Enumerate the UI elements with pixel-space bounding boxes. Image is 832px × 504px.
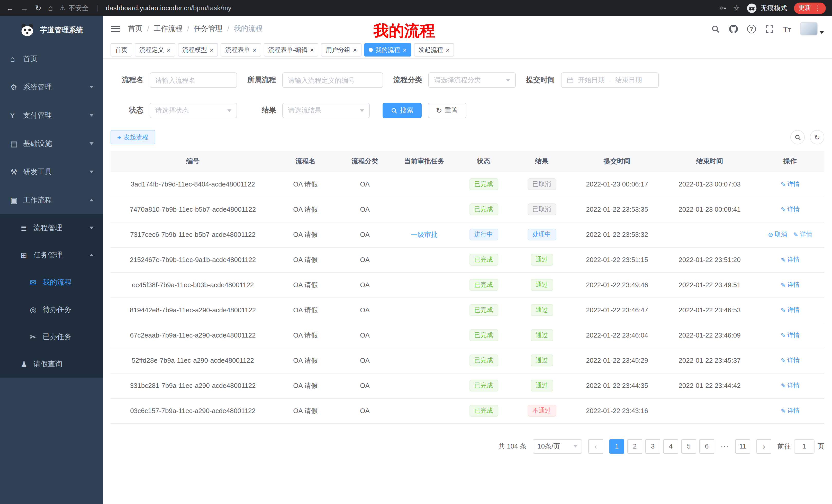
close-icon[interactable]: × (210, 47, 213, 53)
goto-page-input[interactable] (794, 439, 814, 453)
sidebar-item-label: 任务管理 (33, 250, 89, 260)
pagination-page-3[interactable]: 3 (645, 439, 660, 453)
detail-link[interactable]: ✎详情 (781, 381, 800, 390)
tab-label: 发起流程 (418, 46, 443, 54)
create-process-button[interactable]: + 发起流程 (110, 130, 155, 144)
breadcrumb-item[interactable]: 任务管理 (194, 24, 223, 33)
tab-start-process[interactable]: 发起流程× (414, 43, 454, 57)
close-icon[interactable]: × (353, 47, 357, 53)
total-count-label: 共 104 条 (498, 442, 526, 451)
detail-link[interactable]: ✎详情 (781, 281, 800, 289)
pagination-ellipsis[interactable]: ··· (717, 439, 732, 453)
home-icon[interactable]: ⌂ (48, 4, 53, 12)
status-badge: 已完成 (469, 279, 498, 291)
browser-menu-dots-icon[interactable]: ⋮ (814, 4, 821, 12)
leave-query-icon: ♟ (21, 359, 33, 369)
toggle-search-button[interactable] (790, 130, 805, 144)
hamburger-icon[interactable] (111, 24, 120, 34)
tab-user-group[interactable]: 用户分组× (321, 43, 362, 57)
sidebar-item-task-management[interactable]: ⊞任务管理 (0, 242, 103, 269)
detail-link[interactable]: ✎详情 (781, 331, 800, 340)
cell-submit-time: 2022-01-22 23:46:47 (571, 298, 663, 323)
reload-icon[interactable]: ↻ (35, 4, 42, 12)
detail-link[interactable]: ✎详情 (781, 356, 800, 365)
process-name-input[interactable] (150, 73, 237, 88)
app-logo[interactable]: 芋道管理系统 (0, 16, 103, 45)
sidebar-item-done-tasks[interactable]: ✂已办任务 (0, 323, 103, 351)
close-icon[interactable]: × (446, 47, 449, 53)
detail-link[interactable]: ✎详情 (793, 230, 812, 239)
tab-process-form-edit[interactable]: 流程表单-编辑× (264, 43, 318, 57)
submit-time-range-picker[interactable]: 开始日期 - 结束日期 (561, 73, 659, 88)
detail-link[interactable]: ✎详情 (781, 407, 800, 415)
user-menu[interactable] (800, 22, 824, 35)
detail-link[interactable]: ✎详情 (781, 205, 800, 214)
page-size-select[interactable]: 10条/页 (533, 439, 582, 453)
result-select[interactable]: 请选流结果 (282, 103, 370, 118)
cell-current-task (394, 247, 454, 272)
column-header: 流程分类 (336, 151, 394, 172)
pagination-page-6[interactable]: 6 (699, 439, 714, 453)
cell-submit-time: 2022-01-23 00:06:17 (571, 172, 663, 197)
tab-process-form[interactable]: 流程表单× (220, 43, 261, 57)
close-icon[interactable]: × (253, 47, 256, 53)
update-button[interactable]: 更新 ⋮ (794, 2, 826, 13)
process-def-input[interactable] (282, 73, 383, 88)
sidebar-item-process-management[interactable]: ≣流程管理 (0, 214, 103, 242)
pagination-page-5[interactable]: 5 (681, 439, 696, 453)
table-row: 03c6c157-7b9a-11ec-a290-acde48001122OA 请… (110, 398, 824, 423)
address-url[interactable]: dashboard.yudao.iocoder.cn/bpm/task/my (106, 4, 231, 12)
sidebar-item-system-management[interactable]: ⚙系统管理 (0, 73, 103, 101)
fullscreen-icon[interactable] (765, 24, 774, 33)
breadcrumb-item[interactable]: 首页 (128, 24, 142, 33)
sidebar-item-my-process[interactable]: ✉我的流程 (0, 269, 103, 296)
help-icon[interactable]: ? (747, 24, 756, 33)
avatar[interactable] (800, 22, 817, 35)
back-icon[interactable]: ← (6, 4, 14, 12)
current-task-link[interactable]: 一级审批 (411, 230, 438, 238)
tab-process-model[interactable]: 流程模型× (178, 43, 218, 57)
close-icon[interactable]: × (166, 47, 171, 53)
cell-status: 已完成 (454, 298, 513, 323)
sidebar-item-leave-query[interactable]: ♟请假查询 (0, 351, 103, 377)
search-button[interactable]: 搜索 (383, 103, 422, 118)
refresh-table-button[interactable]: ↻ (810, 130, 824, 144)
prev-page-button[interactable]: ‹ (588, 439, 603, 453)
cell-process-name: OA 请假 (275, 348, 336, 373)
chevron-down-icon (820, 31, 824, 34)
goto-label: 前往 (778, 442, 791, 451)
breadcrumb-item[interactable]: 工作流程 (154, 24, 183, 33)
detail-link[interactable]: ✎详情 (781, 306, 800, 314)
forward-icon[interactable]: → (21, 4, 28, 12)
github-icon[interactable] (729, 24, 738, 33)
next-page-button[interactable]: › (756, 439, 771, 453)
category-select[interactable]: 请选择流程分类 (428, 73, 516, 88)
sidebar-item-dev-tools[interactable]: ⚒研发工具 (0, 158, 103, 186)
tab-home[interactable]: 首页 (110, 43, 132, 57)
status-select[interactable]: 请选择状态 (150, 103, 237, 118)
key-icon[interactable] (719, 4, 726, 12)
sidebar-item-home[interactable]: ⌂首页 (0, 45, 103, 73)
close-icon[interactable]: × (310, 47, 314, 53)
pagination-page-4[interactable]: 4 (663, 439, 678, 453)
pagination-page-2[interactable]: 2 (627, 439, 642, 453)
cell-id: 2152467e-7b9b-11ec-9a1b-acde48001122 (110, 247, 275, 272)
tab-my-process[interactable]: 我的流程× (364, 43, 411, 57)
sidebar-item-payment-management[interactable]: ¥支付管理 (0, 101, 103, 130)
detail-link[interactable]: ✎详情 (781, 255, 800, 264)
cell-submit-time: 2022-01-22 23:53:35 (571, 197, 663, 222)
reset-button[interactable]: ↻ 重置 (428, 103, 466, 118)
tab-process-definition[interactable]: 流程定义× (135, 43, 175, 57)
search-icon[interactable] (711, 24, 720, 33)
security-chip[interactable]: ⚠ 不安全 (59, 3, 88, 12)
detail-link[interactable]: ✎详情 (781, 180, 800, 189)
bookmark-star-icon[interactable]: ☆ (733, 4, 740, 12)
pagination-page-11[interactable]: 11 (735, 439, 750, 453)
sidebar-item-workflow[interactable]: ▣工作流程 (0, 186, 103, 214)
sidebar-item-todo-tasks[interactable]: ◎待办任务 (0, 296, 103, 323)
cancel-link[interactable]: ⊘取消 (768, 230, 787, 239)
font-size-icon[interactable]: TT (783, 25, 791, 33)
close-icon[interactable]: × (402, 47, 407, 53)
sidebar-item-infrastructure[interactable]: ▤基础设施 (0, 130, 103, 158)
pagination-page-1[interactable]: 1 (609, 439, 624, 453)
